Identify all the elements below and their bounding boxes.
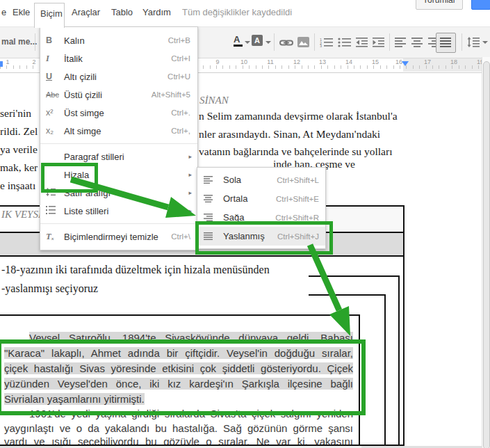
align-submenu: Sola Ctrl+Shift+L Ortala Ctrl+Shift+E Sa… xyxy=(197,167,326,249)
left-indent-marker[interactable] xyxy=(0,61,3,67)
increase-indent-icon[interactable] xyxy=(373,38,384,47)
paragraph-line: çiçek hastalığı Sivas yöresinde etkisini… xyxy=(4,362,353,376)
text-color-caret-icon[interactable] xyxy=(245,41,250,44)
doc-line-fragment: seri'nin xyxy=(0,107,31,120)
right-indent-marker[interactable] xyxy=(402,61,409,66)
menu-separator xyxy=(40,223,197,224)
line-spacing-caret-icon[interactable] xyxy=(482,41,488,44)
bulleted-list-icon[interactable] xyxy=(338,38,351,47)
menu-item-yardim[interactable]: Yardım xyxy=(142,7,171,17)
menu-shortcut: Ctrl+, xyxy=(171,127,197,135)
highlight-color-button[interactable]: A xyxy=(252,35,263,46)
tutorial-line: -18-yazının iki tarafınıda düzeltmek içi… xyxy=(1,264,270,276)
menu-item-ustu-cizili[interactable]: Abc Üstü çizili Alt+Shift+5 xyxy=(40,86,197,104)
subscript-icon: x₂ xyxy=(40,126,61,136)
toolbar-separator xyxy=(462,33,462,51)
menu-item-italik[interactable]: I İtalik Ctrl+I xyxy=(40,49,197,67)
menu-label: Sola xyxy=(220,175,277,185)
nested-frame-border xyxy=(398,275,400,446)
toolbar-separator xyxy=(314,33,315,51)
justify-icon[interactable] xyxy=(440,38,451,47)
align-center-icon xyxy=(197,193,220,205)
menu-label: Üstü çizili xyxy=(61,90,152,100)
selected-text: Sivrialan yaşamlarını yitirmişti. xyxy=(4,393,145,405)
menu-item-hizala[interactable]: Hizala xyxy=(40,166,197,184)
menu-item-bicim-active[interactable]: Biçim xyxy=(34,3,65,28)
highlight-color-caret-icon[interactable] xyxy=(266,41,271,44)
menu-item-ust-simge[interactable]: x² Üst simge Ctrl+. xyxy=(40,104,197,122)
vertical-scrollbar-thumb[interactable] xyxy=(483,61,490,448)
align-right-icon xyxy=(197,211,220,224)
paragraph-line: Veysel Şatıroğlu, 1894'te Sivasköyünde d… xyxy=(4,331,353,345)
svg-text:3: 3 xyxy=(320,44,322,47)
selected-text: Veysel Şatıroğlu, 1894'te Sivasköyünde d… xyxy=(29,332,353,344)
table-border xyxy=(0,255,403,257)
insert-link-icon[interactable] xyxy=(279,39,293,47)
menu-item-araclar[interactable]: Araçlar xyxy=(72,7,100,17)
menu-label: Alt simge xyxy=(61,126,171,136)
nested-frame-border xyxy=(0,314,359,316)
paragraph-line: Sivrialan yaşamlarını yitirmişti. xyxy=(4,392,353,406)
strikethrough-icon: Abc xyxy=(40,90,61,99)
paragraph-line: 1901'de yedi yaşına girdiği sıralarda Si… xyxy=(4,407,353,421)
menu-item-liste-stilleri[interactable]: Liste stilleri xyxy=(40,202,197,220)
submenu-item-ortala[interactable]: Ortala Ctrl+Shift+E xyxy=(197,189,325,208)
doc-line: vatanın bağlarında ve bahçelerinde su yo… xyxy=(199,145,392,158)
clear-formatting-icon: Tₓ xyxy=(40,232,61,241)
menu-item-alt-simge[interactable]: x₂ Alt simge Ctrl+, xyxy=(40,122,197,140)
menu-item-fragment[interactable]: e xyxy=(1,7,6,17)
ruler-number: 18 xyxy=(449,58,459,65)
menu-shortcut: Ctrl+Shift+R xyxy=(275,214,325,222)
share-button[interactable] xyxy=(471,0,490,10)
menu-item-paragraf-stilleri[interactable]: Paragraf stilleri xyxy=(40,147,197,166)
ruler-number: 15 xyxy=(370,58,380,65)
menu-item-bicimlendirmeyi-temizle[interactable]: Tₓ Biçimlendirmeyi temizle Ctrl+\ xyxy=(40,227,197,246)
menu-item-ekle[interactable]: Ekle xyxy=(13,7,30,17)
selected-text: yüzünden Veysel'den önce, iki kız kardeş… xyxy=(4,378,353,390)
numbered-list-icon[interactable]: 123 xyxy=(320,38,333,47)
highlight-color-letter: A xyxy=(254,36,260,45)
menu-label: Paragraf stilleri xyxy=(61,152,188,162)
menu-item-tablo[interactable]: Tablo xyxy=(111,7,133,17)
list-styles-icon xyxy=(40,206,61,216)
align-left-icon[interactable] xyxy=(395,38,406,47)
menu-label: Satır aralığı xyxy=(61,188,188,198)
comments-button[interactable]: Yorumlar xyxy=(416,0,463,10)
bold-icon: B xyxy=(40,35,61,45)
menu-label: Yaslanmış xyxy=(220,231,277,241)
ruler-number: 1 xyxy=(3,58,13,65)
insert-image-icon[interactable] xyxy=(297,37,309,47)
doc-line-fragment: mak, ker xyxy=(0,161,38,174)
decrease-indent-icon[interactable] xyxy=(356,38,368,47)
submenu-item-sola[interactable]: Sola Ctrl+Shift+L xyxy=(197,170,325,189)
paragraph-line: yaygınlaştı ve o da yakalandı bu hastalı… xyxy=(4,422,353,435)
paragraph-line: yüzünden Veysel'den önce, iki kız kardeş… xyxy=(4,377,353,391)
line-spacing-icon[interactable] xyxy=(467,37,480,47)
doc-line-fragment: rildi. Zel xyxy=(0,125,38,138)
menu-item-alti-cizili[interactable]: U Altı çizili Ctrl+U xyxy=(40,67,197,86)
menu-item-kalin[interactable]: B Kalın Ctrl+B xyxy=(40,31,197,49)
align-center-icon[interactable] xyxy=(411,38,423,47)
toolbar-separator xyxy=(389,33,390,51)
menu-label: İtalik xyxy=(61,54,171,64)
doc-line-fragment: ya verile xyxy=(0,143,38,156)
menu-shortcut: Ctrl+U xyxy=(168,72,197,81)
menu-label: Ortala xyxy=(220,193,276,204)
text-color-button[interactable]: A xyxy=(234,35,243,47)
doc-line: n Selim zamanında devşirme olarak İstanb… xyxy=(199,110,398,122)
format-menu: B Kalın Ctrl+B I İtalik Ctrl+I U Altı çi… xyxy=(40,26,198,250)
menu-item-bicim-label: Biçim xyxy=(40,8,63,19)
selected-text: "Karaca" lakaplı, Ahmet adında bir çiftç… xyxy=(4,347,353,359)
justify-icon xyxy=(197,230,220,243)
doc-line: nler arasındaydı. Sinan, At Meydanı'ndak… xyxy=(199,128,380,141)
google-docs-app: seri'nin rildi. Zel ya verile mak, ker e… xyxy=(0,0,490,448)
ruler-number: 2 xyxy=(29,58,39,65)
menu-label: Liste stilleri xyxy=(61,206,188,216)
menu-shortcut: Ctrl+Shift+J xyxy=(277,232,325,241)
submenu-item-saga[interactable]: Sağa Ctrl+Shift+R xyxy=(197,208,325,227)
menu-item-satir-araligi[interactable]: Satır aralığı xyxy=(40,184,197,202)
paragraph-style-dropdown[interactable]: mal me... xyxy=(1,37,37,47)
italic-icon: I xyxy=(40,54,61,63)
ruler-number: 11 xyxy=(266,58,275,65)
submenu-item-yaslanmis[interactable]: Yaslanmış Ctrl+Shift+J xyxy=(197,227,325,246)
